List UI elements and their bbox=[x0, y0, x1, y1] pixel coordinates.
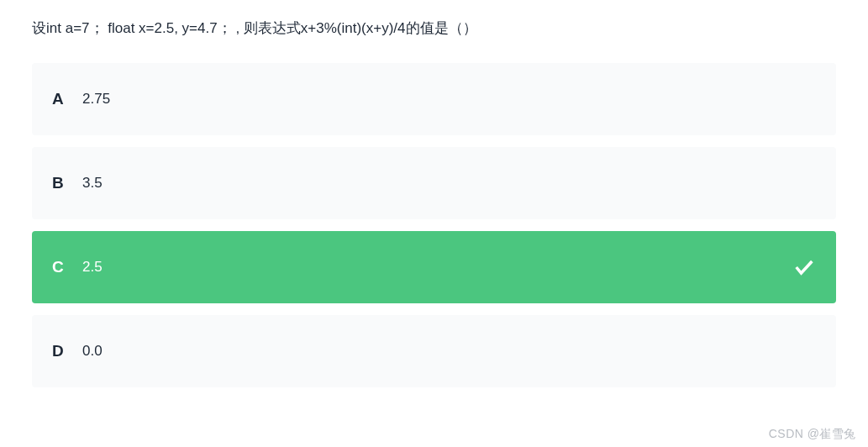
option-value: 0.0 bbox=[82, 343, 103, 360]
option-value: 2.5 bbox=[82, 259, 103, 276]
option-letter: D bbox=[52, 342, 82, 360]
option-d[interactable]: D 0.0 bbox=[32, 315, 836, 387]
option-letter: B bbox=[52, 174, 82, 192]
option-letter: C bbox=[52, 258, 82, 276]
quiz-container: 设int a=7； float x=2.5, y=4.7； , 则表达式x+3%… bbox=[0, 0, 868, 387]
option-c[interactable]: C 2.5 bbox=[32, 231, 836, 303]
option-value: 2.75 bbox=[82, 91, 110, 108]
check-icon bbox=[792, 255, 816, 279]
option-a[interactable]: A 2.75 bbox=[32, 63, 836, 135]
option-value: 3.5 bbox=[82, 175, 103, 192]
option-b[interactable]: B 3.5 bbox=[32, 147, 836, 219]
options-list: A 2.75 B 3.5 C 2.5 D 0.0 bbox=[32, 63, 836, 387]
watermark: CSDN @崔雪兔 bbox=[769, 427, 856, 442]
option-letter: A bbox=[52, 90, 82, 108]
question-text: 设int a=7； float x=2.5, y=4.7； , 则表达式x+3%… bbox=[32, 17, 836, 39]
